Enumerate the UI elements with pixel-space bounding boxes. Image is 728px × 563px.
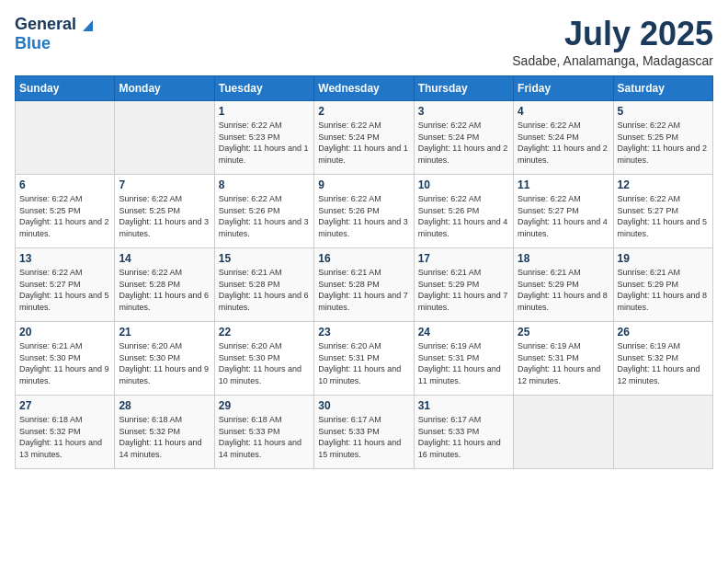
- week-row-4: 20Sunrise: 6:21 AMSunset: 5:30 PMDayligh…: [16, 322, 713, 396]
- day-cell: [514, 396, 613, 469]
- day-number: 23: [318, 326, 409, 339]
- day-cell: 16Sunrise: 6:21 AMSunset: 5:28 PMDayligh…: [314, 248, 414, 322]
- day-cell: 6Sunrise: 6:22 AMSunset: 5:25 PMDaylight…: [16, 175, 115, 248]
- day-detail: Sunrise: 6:21 AMSunset: 5:28 PMDaylight:…: [318, 267, 409, 313]
- day-number: 14: [119, 252, 210, 265]
- day-number: 11: [518, 178, 609, 191]
- logo-blue: Blue: [15, 34, 51, 52]
- day-number: 20: [19, 326, 110, 339]
- day-cell: 15Sunrise: 6:21 AMSunset: 5:28 PMDayligh…: [214, 248, 313, 322]
- day-cell: 17Sunrise: 6:21 AMSunset: 5:29 PMDayligh…: [414, 248, 513, 322]
- day-number: 30: [318, 399, 409, 412]
- location: Sadabe, Analamanga, Madagascar: [512, 53, 713, 68]
- day-number: 7: [119, 178, 210, 191]
- day-detail: Sunrise: 6:18 AMSunset: 5:32 PMDaylight:…: [19, 414, 110, 460]
- day-cell: 10Sunrise: 6:22 AMSunset: 5:26 PMDayligh…: [414, 175, 513, 248]
- day-cell: 31Sunrise: 6:17 AMSunset: 5:33 PMDayligh…: [414, 396, 513, 469]
- day-number: 19: [618, 252, 709, 265]
- day-number: 9: [318, 178, 409, 191]
- day-cell: 25Sunrise: 6:19 AMSunset: 5:31 PMDayligh…: [514, 322, 613, 396]
- day-number: 2: [318, 105, 409, 118]
- day-cell: 27Sunrise: 6:18 AMSunset: 5:32 PMDayligh…: [16, 396, 115, 469]
- day-number: 5: [618, 105, 709, 118]
- week-row-3: 13Sunrise: 6:22 AMSunset: 5:27 PMDayligh…: [16, 248, 713, 322]
- day-detail: Sunrise: 6:22 AMSunset: 5:27 PMDaylight:…: [618, 193, 709, 239]
- day-detail: Sunrise: 6:22 AMSunset: 5:24 PMDaylight:…: [418, 120, 509, 166]
- calendar-header: SundayMondayTuesdayWednesdayThursdayFrid…: [16, 76, 713, 101]
- day-detail: Sunrise: 6:20 AMSunset: 5:30 PMDaylight:…: [119, 340, 210, 386]
- header-cell-tuesday: Tuesday: [214, 76, 313, 101]
- title-area: July 2025 Sadabe, Analamanga, Madagascar: [512, 15, 713, 68]
- day-detail: Sunrise: 6:21 AMSunset: 5:30 PMDaylight:…: [19, 340, 110, 386]
- day-number: 27: [19, 399, 110, 412]
- day-detail: Sunrise: 6:20 AMSunset: 5:31 PMDaylight:…: [318, 340, 409, 386]
- logo-icon: [78, 17, 95, 33]
- calendar-body: 1Sunrise: 6:22 AMSunset: 5:23 PMDaylight…: [16, 101, 713, 469]
- day-number: 17: [418, 252, 509, 265]
- day-number: 3: [418, 105, 509, 118]
- day-detail: Sunrise: 6:22 AMSunset: 5:25 PMDaylight:…: [119, 193, 210, 239]
- day-detail: Sunrise: 6:21 AMSunset: 5:28 PMDaylight:…: [219, 267, 310, 313]
- day-detail: Sunrise: 6:19 AMSunset: 5:32 PMDaylight:…: [618, 340, 709, 386]
- header-cell-thursday: Thursday: [414, 76, 513, 101]
- day-detail: Sunrise: 6:22 AMSunset: 5:26 PMDaylight:…: [219, 193, 310, 239]
- day-number: 21: [119, 326, 210, 339]
- day-number: 24: [418, 326, 509, 339]
- day-detail: Sunrise: 6:19 AMSunset: 5:31 PMDaylight:…: [418, 340, 509, 386]
- header-cell-friday: Friday: [514, 76, 613, 101]
- day-cell: 29Sunrise: 6:18 AMSunset: 5:33 PMDayligh…: [214, 396, 313, 469]
- day-number: 22: [219, 326, 310, 339]
- page-header: General Blue July 2025 Sadabe, Analamang…: [15, 15, 713, 68]
- day-number: 6: [19, 178, 110, 191]
- day-cell: 12Sunrise: 6:22 AMSunset: 5:27 PMDayligh…: [613, 175, 712, 248]
- day-detail: Sunrise: 6:17 AMSunset: 5:33 PMDaylight:…: [418, 414, 509, 460]
- day-detail: Sunrise: 6:18 AMSunset: 5:32 PMDaylight:…: [119, 414, 210, 460]
- day-detail: Sunrise: 6:22 AMSunset: 5:26 PMDaylight:…: [418, 193, 509, 239]
- day-cell: [16, 101, 115, 175]
- day-cell: 24Sunrise: 6:19 AMSunset: 5:31 PMDayligh…: [414, 322, 513, 396]
- day-cell: 28Sunrise: 6:18 AMSunset: 5:32 PMDayligh…: [115, 396, 214, 469]
- calendar-table: SundayMondayTuesdayWednesdayThursdayFrid…: [15, 75, 713, 469]
- day-detail: Sunrise: 6:22 AMSunset: 5:27 PMDaylight:…: [518, 193, 609, 239]
- day-number: 1: [219, 105, 310, 118]
- day-cell: 1Sunrise: 6:22 AMSunset: 5:23 PMDaylight…: [214, 101, 313, 175]
- header-cell-monday: Monday: [115, 76, 214, 101]
- day-number: 18: [518, 252, 609, 265]
- day-detail: Sunrise: 6:21 AMSunset: 5:29 PMDaylight:…: [518, 267, 609, 313]
- day-detail: Sunrise: 6:18 AMSunset: 5:33 PMDaylight:…: [219, 414, 310, 460]
- svg-marker-0: [83, 20, 93, 31]
- week-row-5: 27Sunrise: 6:18 AMSunset: 5:32 PMDayligh…: [16, 396, 713, 469]
- day-number: 10: [418, 178, 509, 191]
- header-cell-sunday: Sunday: [16, 76, 115, 101]
- week-row-1: 1Sunrise: 6:22 AMSunset: 5:23 PMDaylight…: [16, 101, 713, 175]
- month-title: July 2025: [512, 15, 713, 53]
- day-detail: Sunrise: 6:22 AMSunset: 5:28 PMDaylight:…: [119, 267, 210, 313]
- day-detail: Sunrise: 6:22 AMSunset: 5:25 PMDaylight:…: [618, 120, 709, 166]
- day-cell: 13Sunrise: 6:22 AMSunset: 5:27 PMDayligh…: [16, 248, 115, 322]
- day-cell: [613, 396, 712, 469]
- day-cell: 21Sunrise: 6:20 AMSunset: 5:30 PMDayligh…: [115, 322, 214, 396]
- day-cell: [115, 101, 214, 175]
- week-row-2: 6Sunrise: 6:22 AMSunset: 5:25 PMDaylight…: [16, 175, 713, 248]
- day-detail: Sunrise: 6:21 AMSunset: 5:29 PMDaylight:…: [418, 267, 509, 313]
- day-number: 28: [119, 399, 210, 412]
- day-detail: Sunrise: 6:20 AMSunset: 5:30 PMDaylight:…: [219, 340, 310, 386]
- day-detail: Sunrise: 6:21 AMSunset: 5:29 PMDaylight:…: [618, 267, 709, 313]
- day-number: 31: [418, 399, 509, 412]
- header-row: SundayMondayTuesdayWednesdayThursdayFrid…: [16, 76, 713, 101]
- day-number: 8: [219, 178, 310, 191]
- day-number: 12: [618, 178, 709, 191]
- day-cell: 30Sunrise: 6:17 AMSunset: 5:33 PMDayligh…: [314, 396, 414, 469]
- logo: General Blue: [15, 15, 95, 53]
- day-detail: Sunrise: 6:22 AMSunset: 5:27 PMDaylight:…: [19, 267, 110, 313]
- day-number: 13: [19, 252, 110, 265]
- day-detail: Sunrise: 6:19 AMSunset: 5:31 PMDaylight:…: [518, 340, 609, 386]
- header-cell-saturday: Saturday: [613, 76, 712, 101]
- day-cell: 7Sunrise: 6:22 AMSunset: 5:25 PMDaylight…: [115, 175, 214, 248]
- day-number: 26: [618, 326, 709, 339]
- day-number: 25: [518, 326, 609, 339]
- day-cell: 2Sunrise: 6:22 AMSunset: 5:24 PMDaylight…: [314, 101, 414, 175]
- day-detail: Sunrise: 6:22 AMSunset: 5:25 PMDaylight:…: [19, 193, 110, 239]
- day-cell: 19Sunrise: 6:21 AMSunset: 5:29 PMDayligh…: [613, 248, 712, 322]
- day-detail: Sunrise: 6:22 AMSunset: 5:24 PMDaylight:…: [318, 120, 409, 166]
